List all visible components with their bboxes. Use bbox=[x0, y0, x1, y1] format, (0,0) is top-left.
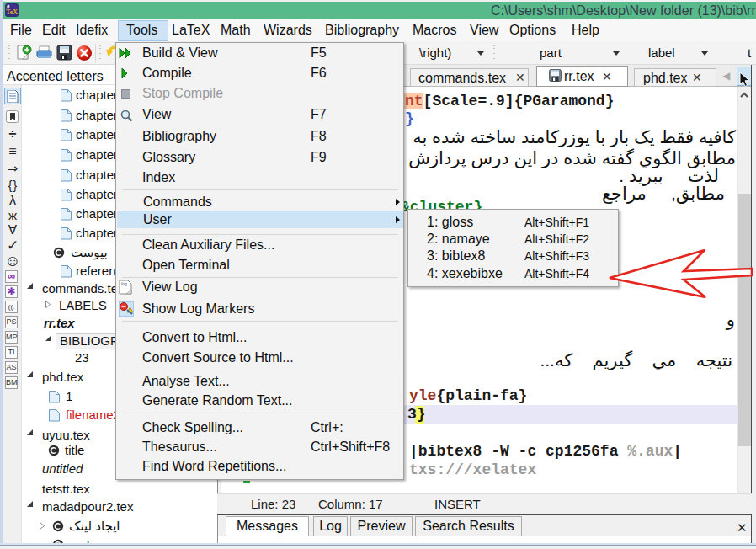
svg-text:log: log bbox=[121, 281, 127, 286]
svg-text:TeX: TeX bbox=[6, 8, 18, 16]
